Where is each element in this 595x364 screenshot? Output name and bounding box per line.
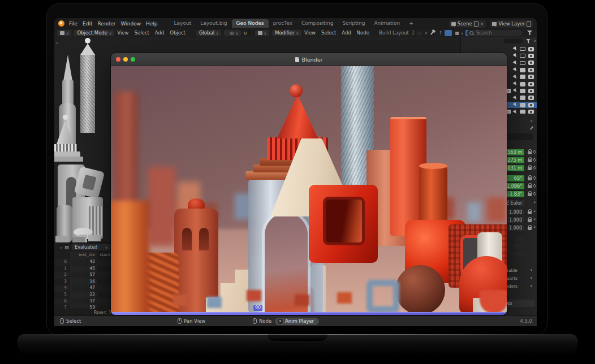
new-view-layer-icon[interactable] bbox=[527, 21, 531, 27]
keyframe-icon[interactable] bbox=[533, 183, 536, 188]
node-search[interactable] bbox=[467, 30, 522, 36]
lock-icon[interactable] bbox=[528, 185, 532, 188]
field-stub[interactable] bbox=[515, 236, 524, 241]
menu-render[interactable]: Render bbox=[98, 21, 116, 27]
checkbox-icon bbox=[506, 89, 511, 93]
tab-scripting[interactable]: Scripting bbox=[338, 19, 369, 28]
viewport-menu-object[interactable]: Object bbox=[170, 30, 186, 36]
lock-icon[interactable] bbox=[528, 167, 532, 170]
column-inst-idx[interactable]: inst_idx bbox=[79, 252, 95, 257]
lock-icon[interactable] bbox=[528, 219, 532, 222]
render-scattered-blocks bbox=[247, 290, 261, 301]
funnel-icon[interactable] bbox=[526, 39, 531, 44]
panel-toggle-icon[interactable]: › bbox=[60, 245, 62, 250]
search-input[interactable] bbox=[475, 30, 511, 36]
transform-orientation-dropdown[interactable]: Global bbox=[196, 30, 222, 36]
node-menu-node[interactable]: Node bbox=[357, 30, 369, 36]
scene-selector[interactable]: Scene × bbox=[449, 20, 487, 28]
workspace-tabs: Layout Layout.big Geo Nodes procTex Comp… bbox=[170, 18, 418, 29]
outliner-search[interactable] bbox=[503, 38, 523, 44]
render-blue-frame bbox=[367, 280, 399, 312]
timeline-progress[interactable] bbox=[111, 312, 507, 315]
snap-mode-icon[interactable]: ▦ bbox=[455, 31, 463, 36]
pin-icon[interactable] bbox=[430, 31, 434, 35]
pivot-point-dropdown[interactable]: ◎ bbox=[224, 30, 240, 36]
lock-icon[interactable] bbox=[528, 193, 532, 196]
window-title-bar[interactable]: Blender bbox=[111, 53, 507, 66]
chevron-down-icon[interactable]: ∨ bbox=[530, 119, 533, 123]
modifier-dropdown[interactable]: Modifier bbox=[272, 30, 301, 36]
viewport-menu-add[interactable]: Add bbox=[155, 30, 164, 36]
keyframe-icon[interactable] bbox=[533, 165, 536, 170]
node-editor-type-button[interactable] bbox=[255, 30, 269, 36]
node-menu-view[interactable]: View bbox=[304, 30, 316, 36]
keyframe-icon[interactable] bbox=[533, 157, 536, 162]
camera-icon bbox=[528, 103, 534, 107]
menu-edit[interactable]: Edit bbox=[83, 21, 92, 27]
node-menu-select[interactable]: Select bbox=[321, 30, 336, 36]
view-layer-selector[interactable]: View Layer bbox=[489, 20, 534, 28]
menu-file[interactable]: File bbox=[69, 21, 77, 27]
field-stub[interactable] bbox=[515, 244, 524, 249]
parent-node-tree-icon[interactable]: ↑ bbox=[439, 31, 443, 36]
render-foreground-pillar bbox=[111, 201, 149, 312]
tab-animation[interactable]: Animation bbox=[369, 19, 404, 28]
snap-magnet-icon[interactable]: ∪ bbox=[244, 31, 247, 36]
chevron-down-icon[interactable]: ∨ bbox=[534, 38, 536, 42]
render-window[interactable]: Blender bbox=[111, 53, 507, 315]
fake-user-icon[interactable]: ○ bbox=[417, 31, 421, 36]
lock-icon[interactable] bbox=[528, 177, 532, 180]
viewport-menu-view[interactable]: View bbox=[117, 30, 128, 36]
menu-help[interactable]: Help bbox=[146, 21, 158, 27]
mouse-icon bbox=[60, 318, 64, 324]
node-menu-add[interactable]: Add bbox=[342, 30, 351, 36]
camera-icon bbox=[528, 54, 534, 58]
close-scene-icon[interactable]: × bbox=[480, 21, 484, 27]
screen-icon bbox=[520, 68, 525, 72]
menu-window[interactable]: Window bbox=[121, 21, 141, 27]
hint-select: Select bbox=[60, 318, 81, 324]
tab-layout-big[interactable]: Layout.big bbox=[196, 19, 231, 28]
tab-geo-nodes[interactable]: Geo Nodes bbox=[232, 19, 269, 28]
editor-type-icon bbox=[60, 31, 64, 35]
clay-ground-blocks bbox=[55, 236, 68, 242]
lock-icon[interactable] bbox=[528, 159, 532, 162]
lock-icon[interactable] bbox=[528, 151, 532, 154]
screen-icon bbox=[520, 75, 525, 79]
cursor-icon bbox=[513, 67, 518, 72]
cursor-icon bbox=[513, 102, 518, 107]
keyframe-icon[interactable] bbox=[533, 175, 536, 180]
decorator-dot bbox=[530, 284, 533, 289]
lock-icon[interactable] bbox=[528, 211, 532, 214]
animation-timeline[interactable] bbox=[111, 312, 507, 315]
unlink-icon[interactable]: × bbox=[424, 31, 428, 36]
viewport-menu-select[interactable]: Select bbox=[135, 30, 149, 36]
tab-add-workspace[interactable]: + bbox=[404, 19, 418, 28]
version-label: 4.5.0 bbox=[520, 318, 532, 324]
stop-icon[interactable] bbox=[278, 319, 283, 324]
keyframe-icon[interactable] bbox=[533, 191, 536, 196]
camera-icon bbox=[528, 89, 534, 93]
anim-player-button[interactable]: Anim Player bbox=[275, 318, 319, 325]
lock-icon[interactable] bbox=[528, 227, 532, 230]
tab-layout[interactable]: Layout bbox=[170, 19, 196, 28]
field-stub[interactable] bbox=[515, 252, 524, 257]
screen-icon bbox=[520, 82, 525, 86]
new-scene-icon[interactable] bbox=[474, 21, 478, 27]
pin-icon[interactable] bbox=[530, 126, 533, 130]
outliner-row[interactable] bbox=[461, 46, 537, 52]
macbook-base bbox=[17, 334, 578, 360]
funnel-icon[interactable] bbox=[527, 31, 532, 35]
panel-toggle-icon[interactable]: › bbox=[56, 40, 58, 46]
object-mode-dropdown[interactable]: Object Mode bbox=[74, 30, 114, 36]
keyframe-icon[interactable] bbox=[533, 149, 536, 154]
tab-proctex[interactable]: procTex bbox=[269, 19, 297, 28]
snap-node-icon[interactable] bbox=[445, 30, 452, 36]
node-tree-name-field[interactable]: Build Layout 2 ○ × bbox=[379, 30, 428, 36]
dataset-dropdown[interactable]: Evaluated bbox=[72, 244, 110, 250]
cursor-icon bbox=[513, 88, 518, 93]
tab-compositing[interactable]: Compositing bbox=[297, 19, 338, 28]
cursor-icon bbox=[513, 60, 518, 66]
editor-type-button[interactable] bbox=[57, 30, 71, 36]
blender-logo-icon[interactable] bbox=[58, 20, 64, 27]
